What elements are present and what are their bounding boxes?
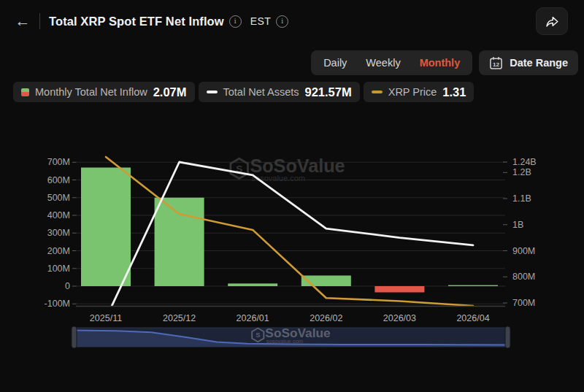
legend-item-net-inflow[interactable]: Monthly Total Net Inflow 2.07M (13, 82, 195, 102)
svg-text:2026/01: 2026/01 (237, 313, 269, 323)
svg-text:1.1B: 1.1B (512, 193, 531, 204)
gold-dash-swatch-icon (372, 91, 383, 93)
svg-text:2025/11: 2025/11 (90, 313, 122, 323)
svg-text:100M: 100M (47, 264, 70, 274)
right-axis: 1.24B1.2B1.1B1B900M800M700M (503, 157, 537, 308)
svg-text:200M: 200M (47, 246, 70, 256)
svg-text:1.2B: 1.2B (512, 167, 531, 177)
svg-text:1.24B: 1.24B (512, 157, 537, 167)
tab-monthly[interactable]: Monthly (420, 57, 461, 69)
svg-text:2026/03: 2026/03 (383, 313, 416, 323)
info-icon[interactable]: i (276, 15, 288, 28)
navigator-handle-left[interactable] (72, 326, 77, 348)
sosovalue-watermark: SSoSoValuesosovalue.com (231, 155, 345, 182)
navigator-handle-right[interactable] (505, 326, 510, 348)
svg-text:2025/12: 2025/12 (163, 313, 196, 323)
svg-text:500M: 500M (47, 193, 70, 203)
white-dash-swatch-icon (207, 91, 218, 93)
inflow-bar-2025/11[interactable] (81, 168, 131, 286)
x-axis: 2025/112025/122026/012026/022026/032026/… (90, 313, 490, 323)
tab-daily[interactable]: Daily (323, 57, 347, 69)
inflow-bar-2026/04[interactable] (448, 285, 498, 286)
est-label: EST (250, 15, 271, 27)
svg-text:900M: 900M (512, 246, 535, 256)
svg-text:2026/04: 2026/04 (456, 313, 489, 323)
period-tabs: Daily Weekly Monthly (311, 50, 472, 75)
back-button[interactable]: ← (12, 10, 34, 32)
date-range-label: Date Range (510, 57, 568, 69)
svg-text:-100M: -100M (45, 299, 70, 309)
legend-item-net-assets[interactable]: Total Net Assets 921.57M (199, 82, 360, 102)
inflow-bar-2026/01[interactable] (228, 283, 277, 286)
toolbar: Daily Weekly Monthly 12 Date Range (0, 50, 578, 75)
inflow-bar-2025/12[interactable] (155, 198, 204, 286)
share-button[interactable] (536, 7, 568, 35)
navigator[interactable]: SSoSoValuesosovalue.com (72, 326, 510, 348)
share-icon (545, 15, 559, 28)
chart-canvas[interactable]: 700M600M500M400M300M200M100M0-100M1.24B1… (0, 139, 584, 365)
svg-text:400M: 400M (47, 210, 70, 220)
legend-value: 1.31 (442, 85, 466, 99)
back-arrow-icon: ← (15, 12, 31, 30)
svg-text:S: S (256, 331, 260, 339)
legend-value: 2.07M (153, 85, 187, 99)
svg-text:600M: 600M (47, 175, 70, 185)
svg-text:1B: 1B (512, 220, 523, 230)
legend-label: Total Net Assets (223, 86, 299, 98)
svg-text:2026/02: 2026/02 (310, 313, 342, 323)
chart-legend: Monthly Total Net Inflow 2.07M Total Net… (13, 82, 474, 102)
legend-item-xrp-price[interactable]: XRP Price 1.31 (364, 82, 474, 102)
svg-text:700M: 700M (512, 298, 535, 308)
svg-text:800M: 800M (512, 272, 535, 282)
svg-text:12: 12 (493, 61, 499, 68)
info-icon[interactable]: i (229, 15, 242, 28)
green-red-swatch-icon (21, 88, 29, 96)
header: ← Total XRP Spot ETF Net Inflow i EST i (12, 7, 572, 35)
app-root: ← Total XRP Spot ETF Net Inflow i EST i … (0, 0, 584, 392)
legend-label: XRP Price (388, 86, 437, 98)
svg-text:sosovalue.com: sosovalue.com (266, 338, 303, 345)
tab-weekly[interactable]: Weekly (366, 57, 400, 69)
svg-text:0: 0 (65, 281, 70, 291)
divider (39, 13, 40, 29)
svg-text:700M: 700M (47, 157, 70, 167)
date-range-button[interactable]: 12 Date Range (479, 50, 578, 75)
calendar-icon: 12 (489, 56, 503, 70)
svg-text:300M: 300M (47, 228, 70, 238)
legend-value: 921.57M (305, 85, 352, 99)
left-axis: 700M600M500M400M300M200M100M0-100M (45, 157, 77, 309)
inflow-bar-2026/03[interactable] (374, 286, 424, 292)
page-title: Total XRP Spot ETF Net Inflow (49, 15, 224, 28)
legend-label: Monthly Total Net Inflow (35, 86, 147, 98)
